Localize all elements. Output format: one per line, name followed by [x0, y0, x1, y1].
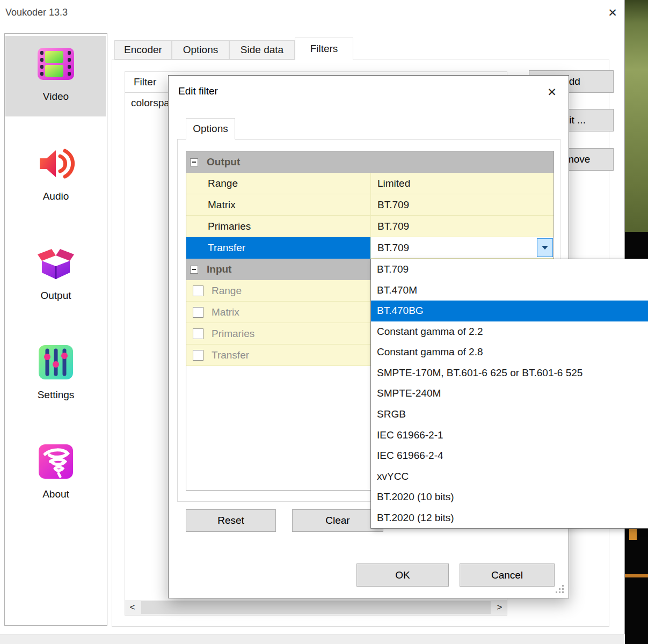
collapse-minus-icon[interactable] — [190, 158, 198, 166]
video-icon — [33, 41, 78, 86]
sidebar-item-settings[interactable]: Settings — [5, 334, 106, 415]
grid-value[interactable]: BT.709 — [370, 216, 554, 237]
checkbox-unchecked[interactable] — [193, 350, 203, 361]
grid-key-checkbox[interactable]: Primaries — [186, 323, 370, 345]
output-box-icon — [33, 240, 78, 286]
sidebar-item-label: Video — [43, 91, 69, 103]
button-label: Reset — [217, 515, 244, 526]
sidebar-item-label: About — [42, 488, 69, 500]
close-icon: ✕ — [547, 86, 557, 99]
grid-key-checkbox[interactable]: Transfer — [186, 345, 370, 366]
scroll-left-arrow-icon[interactable]: < — [125, 600, 140, 615]
background-bottom-strip — [0, 634, 625, 644]
ok-button[interactable]: OK — [356, 564, 449, 587]
grid-key[interactable]: Transfer — [186, 237, 370, 259]
sidebar-item-label: Audio — [43, 191, 69, 202]
grid-row-output-transfer-selected[interactable]: Transfer BT.709 — [186, 237, 554, 259]
section-label: Output — [207, 156, 240, 168]
sidebar-item-video[interactable]: Video — [5, 36, 106, 116]
dropdown-item[interactable]: BT.2020 (12 bits) — [371, 507, 648, 528]
tab-encoder[interactable]: Encoder — [114, 40, 172, 60]
combo-dropdown-button[interactable] — [537, 238, 553, 257]
grid-section-output[interactable]: Output — [186, 151, 554, 173]
dialog-close-button[interactable]: ✕ — [540, 81, 564, 104]
tab-label: Options — [183, 44, 218, 56]
tab-side-data[interactable]: Side data — [229, 40, 295, 60]
dropdown-item[interactable]: SRGB — [371, 404, 648, 425]
grid-key[interactable]: Range — [186, 173, 370, 194]
tab-filters[interactable]: Filters — [295, 38, 353, 60]
dropdown-item[interactable]: SMPTE-240M — [371, 383, 648, 404]
dropdown-item[interactable]: BT.709 — [371, 259, 648, 280]
tab-label: Encoder — [124, 44, 162, 56]
cancel-button[interactable]: Cancel — [460, 564, 555, 587]
dialog-title: Edit filter — [178, 85, 218, 97]
button-label: OK — [395, 569, 410, 581]
grid-value[interactable]: BT.709 — [370, 194, 554, 216]
tab-label: Options — [193, 123, 228, 135]
filter-column-header-label: Filter — [134, 76, 156, 88]
grid-value[interactable]: Limited — [370, 173, 554, 194]
dialog-tab-options[interactable]: Options — [186, 118, 235, 140]
checkbox-unchecked[interactable] — [193, 328, 203, 339]
sidebar-item-label: Output — [40, 290, 71, 302]
dropdown-item-highlighted[interactable]: BT.470BG — [371, 301, 648, 321]
grid-row-output-primaries[interactable]: Primaries BT.709 — [186, 216, 554, 237]
dropdown-item[interactable]: BT.2020 (10 bits) — [371, 487, 648, 508]
sidebar-item-output[interactable]: Output — [5, 235, 106, 316]
scroll-right-arrow-icon[interactable]: > — [492, 600, 507, 615]
button-label: Cancel — [491, 569, 523, 581]
about-tornado-icon — [33, 439, 78, 484]
dropdown-item[interactable]: SMPTE-170M, BT.601-6 625 or BT.601-6 525 — [371, 363, 648, 384]
grid-value-combobox[interactable]: BT.709 — [370, 237, 554, 259]
grid-row-output-matrix[interactable]: Matrix BT.709 — [186, 194, 554, 216]
dropdown-item[interactable]: BT.470M — [371, 280, 648, 301]
background-orange-line — [625, 574, 648, 577]
grid-key-label: Matrix — [212, 306, 239, 318]
collapse-minus-icon[interactable] — [190, 266, 198, 274]
dropdown-item[interactable]: IEC 61966-2-4 — [371, 445, 648, 466]
dropdown-item[interactable]: xvYCC — [371, 466, 648, 487]
button-label: Clear — [325, 515, 350, 526]
background-image-fragment — [625, 0, 648, 232]
background-orange-marker — [629, 529, 637, 540]
grid-key-label: Range — [212, 285, 242, 297]
scrollbar-track[interactable] — [140, 600, 492, 615]
grid-key-checkbox[interactable]: Matrix — [186, 302, 370, 323]
grid-key[interactable]: Matrix — [186, 194, 370, 216]
sidebar-item-about[interactable]: About — [5, 434, 106, 514]
combo-value: BT.709 — [377, 242, 409, 254]
tab-options[interactable]: Options — [172, 40, 229, 60]
dropdown-item[interactable]: Constant gamma of 2.2 — [371, 321, 648, 342]
horizontal-scrollbar[interactable]: < > — [125, 600, 507, 615]
grid-key-checkbox[interactable]: Range — [186, 280, 370, 302]
sidebar: Video Audio — [4, 33, 107, 626]
section-label: Input — [207, 264, 231, 275]
tab-label: Filters — [310, 43, 338, 55]
grid-key-label: Primaries — [212, 328, 254, 340]
sidebar-item-label: Settings — [38, 389, 75, 401]
grid-key[interactable]: Primaries — [186, 216, 370, 237]
checkbox-unchecked[interactable] — [193, 307, 203, 318]
scrollbar-thumb[interactable] — [141, 601, 491, 614]
window-close-button[interactable]: ✕ — [600, 1, 625, 25]
window-title: Voukoder 13.3 — [5, 7, 68, 18]
grid-row-output-range[interactable]: Range Limited — [186, 173, 554, 194]
chevron-down-icon — [542, 246, 548, 250]
resize-grip[interactable] — [555, 584, 565, 594]
settings-sliders-icon — [33, 340, 78, 385]
checkbox-unchecked[interactable] — [193, 286, 203, 296]
clear-button[interactable]: Clear — [292, 509, 383, 532]
grid-key-label: Transfer — [212, 349, 249, 361]
close-icon: ✕ — [608, 6, 617, 19]
dropdown-item[interactable]: Constant gamma of 2.8 — [371, 342, 648, 363]
reset-button[interactable]: Reset — [186, 509, 276, 532]
dropdown-item[interactable]: IEC 61966-2-1 — [371, 425, 648, 445]
tab-label: Side data — [241, 44, 283, 56]
transfer-dropdown-list: BT.709 BT.470M BT.470BG Constant gamma o… — [370, 259, 648, 529]
sidebar-item-audio[interactable]: Audio — [5, 136, 106, 216]
audio-icon — [33, 141, 78, 186]
